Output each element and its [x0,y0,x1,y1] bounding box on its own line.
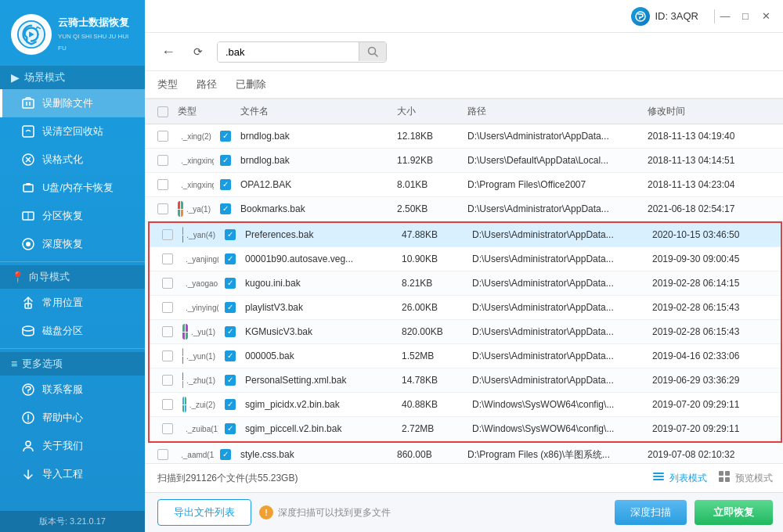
row-checked[interactable] [214,175,237,194]
table-row[interactable]: ._yan(4) Preferences.bak 47.88KB D:\User… [150,223,781,247]
maximize-button[interactable]: □ [738,9,752,23]
row-select-10[interactable] [225,350,236,361]
row-select-13[interactable] [225,423,236,434]
row-select-3[interactable] [220,179,231,190]
table-row[interactable]: ._zhu(1) PersonalSetting.xml.bak 14.78KB… [150,368,781,393]
sidebar-item-about[interactable]: 关于我们 [0,432,145,460]
row-checkbox[interactable] [156,250,179,268]
tab-path[interactable]: 路径 [197,71,217,99]
row-checkbox[interactable] [156,419,179,438]
row-select-14[interactable] [220,449,231,460]
row-checkbox[interactable] [156,298,179,317]
minimize-button[interactable]: — [718,9,732,23]
table-row[interactable]: ._yaogao(1) kugou.ini.bak 8.21KB D:\User… [150,271,781,296]
grid-view-button[interactable] [716,469,732,487]
row-checked[interactable] [214,445,237,463]
checkbox-7[interactable] [162,278,173,289]
row-checkbox[interactable] [156,395,179,414]
sidebar-item-wrong-delete[interactable]: 误删除文件 [0,89,145,117]
row-checked[interactable] [218,419,242,438]
table-row[interactable]: ._yu(1) KGMusicV3.bak 820.00KB D:\Users\… [150,320,781,344]
row-checked[interactable] [218,395,242,414]
list-view-button[interactable] [651,469,666,487]
table-row[interactable]: ._xing(2) brndlog.bak 12.18KB D:\Users\A… [145,124,783,149]
table-row[interactable]: ._yinying(1) playlistV3.bak 26.00KB D:\U… [150,296,781,320]
recover-button[interactable]: 立即恢复 [695,500,773,525]
row-select-1[interactable] [220,131,231,142]
checkbox-5[interactable] [162,229,173,240]
table-row[interactable]: ._yun(1) 000005.bak 1.52MB D:\Users\Admi… [150,344,781,368]
checkbox-1[interactable] [157,131,168,142]
row-checkbox[interactable] [151,445,175,463]
export-button[interactable]: 导出文件列表 [157,499,251,526]
checkbox-12[interactable] [162,399,173,410]
row-select-5[interactable] [225,229,236,240]
row-checked[interactable] [218,298,242,317]
row-checked[interactable] [218,250,242,268]
checkbox-3[interactable] [157,179,168,190]
checkbox-8[interactable] [162,302,173,313]
row-select-8[interactable] [225,302,236,313]
row-checkbox[interactable] [151,151,175,170]
sidebar-item-import[interactable]: 导入工程 [0,460,145,488]
row-size: 14.78KB [399,371,469,390]
search-button[interactable] [359,42,386,61]
row-checked[interactable] [214,200,237,218]
sidebar-item-contact[interactable]: 联系客服 [0,376,145,404]
search-input[interactable] [218,42,359,62]
row-select-12[interactable] [225,399,236,410]
table-row[interactable]: ._xingxing_0(1) OPA12.BAK 8.01KB D:\Prog… [145,173,783,197]
row-checkbox[interactable] [156,347,179,365]
row-checked[interactable] [218,322,242,341]
sidebar-item-partition[interactable]: 分区恢复 [0,202,145,230]
row-checked[interactable] [218,347,242,365]
back-button[interactable]: ← [157,41,179,63]
row-select-7[interactable] [225,278,236,289]
row-checked[interactable] [218,274,242,293]
row-checkbox[interactable] [151,175,175,194]
sidebar-item-format[interactable]: 误格式化 [0,146,145,174]
row-checked[interactable] [218,371,242,390]
sidebar-item-recycle[interactable]: 误清空回收站 [0,117,145,146]
sidebar-item-usb[interactable]: U盘/内存卡恢复 [0,174,145,202]
deep-scan-button[interactable]: 深度扫描 [615,500,687,525]
row-select-11[interactable] [225,375,236,386]
row-select-2[interactable] [220,155,231,166]
checkbox-9[interactable] [162,326,173,337]
checkbox-14[interactable] [157,449,168,460]
sidebar-item-disk[interactable]: 磁盘分区 [0,317,145,345]
checkbox-13[interactable] [162,423,173,434]
th-modified: 修改时间 [644,99,770,124]
row-checkbox[interactable] [156,225,179,244]
checkbox-2[interactable] [157,155,168,166]
row-checkbox[interactable] [156,322,179,341]
table-row[interactable]: ._ya(1) Bookmarks.bak 2.50KB D:\Users\Ad… [145,197,783,221]
table-row[interactable]: ._zui(2) sgim_picidx.v2.bin.bak 40.88KB … [150,393,781,417]
close-button[interactable]: ✕ [759,9,773,23]
row-checked[interactable] [214,127,237,146]
table-row[interactable]: ._zuiba(1) sgim_piccell.v2.bin.bak 2.72M… [150,417,781,441]
row-select-6[interactable] [225,253,236,264]
row-select-4[interactable] [220,203,231,214]
row-checked[interactable] [218,225,242,244]
sidebar-item-deep[interactable]: 深度恢复 [0,230,145,258]
table-row[interactable]: ._aamd(1) style.css.bak 860.00B D:\Progr… [145,443,783,463]
tab-type[interactable]: 类型 [157,71,178,99]
refresh-button[interactable]: ⟳ [187,41,209,63]
row-checkbox[interactable] [151,200,175,218]
checkbox-4[interactable] [157,203,168,214]
sidebar-item-common[interactable]: 常用位置 [0,289,145,317]
checkbox-10[interactable] [162,350,173,361]
table-row[interactable]: ._yanjing(1) 00001b90.autosave.veg... 10… [150,247,781,271]
row-checkbox[interactable] [156,371,179,390]
row-checkbox[interactable] [151,127,175,146]
sidebar-item-help[interactable]: 帮助中心 [0,404,145,432]
header-checkbox[interactable] [157,106,168,117]
row-select-9[interactable] [225,326,236,337]
checkbox-11[interactable] [162,375,173,386]
row-checked[interactable] [214,151,237,170]
checkbox-6[interactable] [162,253,173,264]
table-row[interactable]: ._xingxing(1) brndlog.bak 11.92KB D:\Use… [145,149,783,173]
row-checkbox[interactable] [156,274,179,293]
tab-deleted[interactable]: 已删除 [236,71,266,99]
